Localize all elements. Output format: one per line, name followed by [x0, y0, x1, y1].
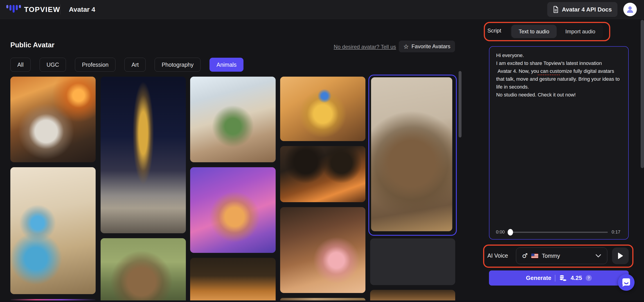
favorite-avatars-button[interactable]: ☆ Favorite Avatars [399, 41, 455, 52]
tab-text-to-audio[interactable]: Text to audio [511, 25, 557, 38]
player-elapsed-time: 0:00 [496, 229, 505, 235]
player-slider-thumb[interactable] [508, 229, 513, 235]
nav-divider [60, 5, 60, 15]
grid-scrollbar-thumb[interactable] [458, 71, 462, 137]
avatar-tile-next-row-peek-mid[interactable] [280, 298, 366, 300]
navbar: TOPVIEW Avatar 4 Avatar 4 API Docs [0, 0, 644, 19]
tab-import-audio[interactable]: Import audio [558, 25, 603, 38]
waveform-logo-icon [6, 5, 21, 14]
avatar-tile-hamster-cake[interactable] [280, 207, 366, 293]
chevron-down-icon [596, 254, 601, 258]
script-label: Script [488, 28, 501, 34]
api-docs-label: Avatar 4 API Docs [562, 6, 612, 13]
avatar-tile-hedgehog-selfie[interactable] [10, 167, 96, 294]
page-title: Avatar 4 [69, 0, 95, 19]
avatar-tile-boxing-beagle[interactable] [370, 238, 455, 285]
category-filter-bar: All UGC Profession Art Photography Anima… [10, 58, 244, 72]
filter-chip-animals-selected[interactable]: Animals [210, 58, 244, 72]
male-gender-icon: ♂ [522, 253, 528, 259]
support-chat-button[interactable] [618, 274, 634, 291]
favorite-avatars-label: Favorite Avatars [412, 43, 450, 50]
avatar-tile-groundhog-singer[interactable] [100, 238, 186, 300]
generate-button[interactable]: Generate 4.25 ? [489, 270, 629, 285]
filter-chip-all[interactable]: All [10, 58, 30, 72]
filter-chip-photography[interactable]: Photography [154, 58, 200, 72]
avatar-tile-pink-singer-cat[interactable] [190, 167, 276, 253]
generate-divider [555, 275, 555, 281]
avatar-tile-cat-pilot[interactable] [10, 77, 96, 162]
voice-name: Tommy [542, 253, 560, 259]
page-scrollbar-thumb[interactable] [640, 20, 644, 168]
filter-chip-profession[interactable]: Profession [75, 58, 116, 72]
voice-preview-play-button[interactable] [612, 247, 629, 264]
filter-chip-ugc[interactable]: UGC [40, 58, 66, 72]
us-flag-icon [531, 253, 538, 258]
spellcheck-underline [538, 74, 560, 75]
coins-icon [559, 274, 567, 282]
logo-text: TOPVIEW [24, 6, 60, 14]
avatar-tile-hoodie-kitten[interactable] [190, 77, 276, 162]
ai-voice-label: AI Voice [488, 252, 508, 259]
voice-select-dropdown[interactable]: ♂ Tommy [516, 247, 607, 264]
filter-chip-art[interactable]: Art [124, 58, 146, 72]
avatar-tile-beaver-presenter-selected[interactable] [371, 77, 452, 231]
avatar-tile-excavator-kitten[interactable] [280, 77, 366, 141]
help-icon[interactable]: ? [586, 275, 592, 281]
avatar-tile-pirate-kitten[interactable] [280, 146, 366, 202]
topview-logo[interactable]: TOPVIEW [6, 0, 60, 19]
player-total-time: 0:17 [612, 229, 620, 235]
play-icon [618, 252, 623, 259]
api-docs-button[interactable]: Avatar 4 API Docs [547, 2, 618, 17]
person-icon [626, 6, 634, 14]
player-slider-track[interactable] [508, 232, 608, 233]
generate-label: Generate [526, 274, 551, 281]
avatar-tile-bar-interior-peek[interactable] [370, 290, 455, 300]
audio-source-tabs: Text to audio Import audio [510, 24, 603, 39]
user-avatar-button[interactable] [623, 3, 637, 16]
document-icon [553, 6, 559, 13]
avatar-tile-fox-peek[interactable] [190, 258, 276, 300]
public-avatar-heading: Public Avatar [10, 41, 54, 49]
star-icon: ☆ [403, 44, 409, 50]
bottom-edge-strip [0, 300, 644, 302]
chat-bubble-icon [622, 278, 630, 287]
tell-us-link[interactable]: No desired avatar? Tell us [334, 44, 396, 50]
app-root: TOPVIEW Avatar 4 Avatar 4 API Docs Publi… [0, 0, 644, 302]
credit-cost: 4.25 [571, 274, 582, 281]
avatar-tile-eiffel-cat[interactable] [100, 77, 186, 233]
